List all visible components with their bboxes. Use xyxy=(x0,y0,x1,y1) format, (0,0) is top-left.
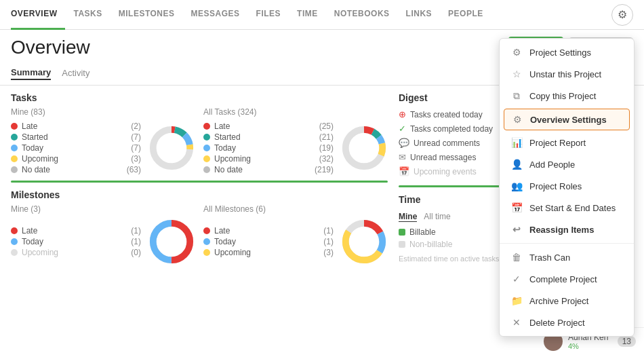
dropdown-overview-settings[interactable]: ⚙ Overview Settings xyxy=(504,109,630,130)
milestones-mine-today: Today(1) xyxy=(11,236,141,247)
dropdown-delete[interactable]: ✕ Delete Project xyxy=(500,312,634,333)
calendar-icon: 📅 xyxy=(399,166,409,176)
svg-point-15 xyxy=(159,229,185,255)
tasks-all-today: Today(19) xyxy=(203,143,334,153)
tasks-mine-nodate: No date(63) xyxy=(11,164,141,175)
milestones-mine-late: Late(1) xyxy=(11,225,141,236)
tasks-mine-today: Today(7) xyxy=(11,143,141,153)
milestones-all-label: All Milestones (6) xyxy=(203,204,388,214)
overview-settings-icon: ⚙ xyxy=(511,114,523,125)
milestones-section: Milestones Mine (3) Late(1) Today(1) Upc… xyxy=(11,189,388,265)
nav-item-links[interactable]: LINKS xyxy=(398,0,441,30)
milestones-mine-label: Mine (3) xyxy=(11,204,195,214)
archive-icon: 📁 xyxy=(510,295,523,306)
nav-item-messages[interactable]: MESSAGES xyxy=(183,0,248,30)
nav-item-people[interactable]: PEOPLE xyxy=(440,0,491,30)
comment-icon: 💬 xyxy=(399,138,409,148)
nav-item-overview[interactable]: OVERVIEW xyxy=(11,0,65,30)
dropdown-project-roles[interactable]: 👥 Project Roles xyxy=(500,175,634,197)
star-icon: ☆ xyxy=(510,69,523,79)
settings-gear-button[interactable]: ⚙ xyxy=(611,4,633,26)
svg-point-20 xyxy=(351,229,378,255)
dropdown-archive[interactable]: 📁 Archive Project xyxy=(500,290,634,312)
copy-icon: ⧉ xyxy=(510,90,523,102)
dropdown-unstar[interactable]: ☆ Unstar this Project xyxy=(500,63,634,85)
tasks-all-started: Started(21) xyxy=(203,132,334,143)
tasks-divider xyxy=(11,181,388,183)
mail-icon: ✉ xyxy=(399,152,406,162)
page-title: Overview xyxy=(11,37,508,58)
calendar-small-icon: 📅 xyxy=(510,202,523,213)
tasks-mine-started: Started(7) xyxy=(11,132,141,143)
gear-small-icon: ⚙ xyxy=(510,47,523,58)
svg-point-11 xyxy=(351,135,378,162)
reassign-icon: ↩ xyxy=(510,224,523,235)
milestones-all-late: Late(1) xyxy=(203,225,334,236)
tasks-mine-label: Mine (83) xyxy=(11,107,195,117)
time-tab-mine[interactable]: Mine xyxy=(399,212,417,222)
svg-point-5 xyxy=(159,135,185,162)
tasks-all-upcoming: Upcoming(32) xyxy=(203,153,334,164)
check-circle-icon: ✓ xyxy=(399,124,406,134)
milestones-all-today: Today(1) xyxy=(203,236,334,247)
nav-item-tasks[interactable]: TASKS xyxy=(65,0,110,30)
milestones-all-upcoming: Upcoming(3) xyxy=(203,247,334,258)
bottom-user-pct: 4% xyxy=(568,342,612,350)
check-icon: ✓ xyxy=(510,274,523,284)
tasks-all-nodate: No date(219) xyxy=(203,164,334,175)
time-tab-alltime[interactable]: All time xyxy=(424,212,450,222)
tasks-mine-upcoming: Upcoming(3) xyxy=(11,153,141,164)
bottom-badge: 13 xyxy=(618,336,636,347)
dropdown-complete[interactable]: ✓ Complete Project xyxy=(500,268,634,290)
plus-circle-icon: ⊕ xyxy=(399,109,406,119)
dropdown-copy[interactable]: ⧉ Copy this Project xyxy=(500,85,634,107)
nav-item-milestones[interactable]: MILESTONES xyxy=(110,0,183,30)
tasks-mine-late: Late(2) xyxy=(11,121,141,132)
delete-icon: ✕ xyxy=(510,317,523,328)
tasks-section: Tasks Mine (83) Late(2) Started(7) Today… xyxy=(11,92,388,183)
tab-summary[interactable]: Summary xyxy=(11,67,51,80)
trash-icon: 🗑 xyxy=(510,252,523,263)
tasks-all-label: All Tasks (324) xyxy=(203,107,388,117)
milestones-title: Milestones xyxy=(11,189,388,200)
people-icon: 👥 xyxy=(510,181,523,191)
dropdown-project-settings[interactable]: ⚙ Project Settings xyxy=(500,41,634,63)
dropdown-reassign[interactable]: ↩ Reassign Items xyxy=(500,219,634,240)
chart-icon: 📊 xyxy=(510,137,523,148)
nav-item-notebooks[interactable]: NOTEBOOKS xyxy=(326,0,398,30)
dropdown-add-people[interactable]: 👤 Add People xyxy=(500,153,634,175)
dropdown-start-end-dates[interactable]: 📅 Set Start & End Dates xyxy=(500,197,634,219)
dropdown-trash[interactable]: 🗑 Trash Can xyxy=(500,246,634,268)
options-dropdown: ⚙ Project Settings ☆ Unstar this Project… xyxy=(499,38,635,337)
dropdown-sep xyxy=(500,243,634,244)
nav-item-time[interactable]: TIME xyxy=(289,0,326,30)
tasks-title: Tasks xyxy=(11,92,388,103)
person-icon: 👤 xyxy=(510,159,523,170)
nav-item-files[interactable]: FILES xyxy=(248,0,289,30)
dropdown-project-report[interactable]: 📊 Project Report xyxy=(500,132,634,153)
milestones-mine-upcoming: Upcoming(0) xyxy=(11,247,141,258)
tab-activity[interactable]: Activity xyxy=(62,68,89,79)
tasks-all-late: Late(25) xyxy=(203,121,334,132)
